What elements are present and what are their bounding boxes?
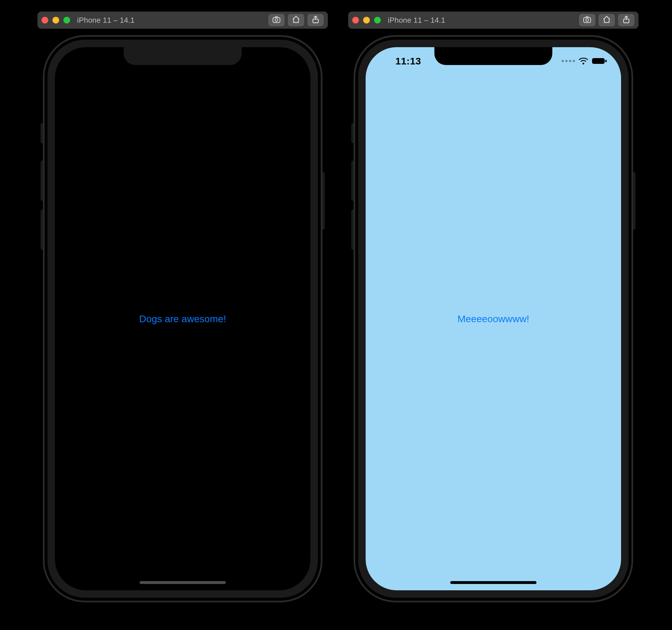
side-button[interactable] xyxy=(631,172,635,229)
svg-rect-0 xyxy=(273,18,280,22)
volume-down-button[interactable] xyxy=(41,210,45,250)
traffic-lights xyxy=(352,17,381,24)
device-screen[interactable]: Dogs are awesome! xyxy=(55,47,310,590)
simulator-window-right: iPhone 11 – 14.1 xyxy=(348,11,639,601)
svg-point-6 xyxy=(582,63,584,65)
window-title: iPhone 11 – 14.1 xyxy=(77,16,264,25)
svg-point-1 xyxy=(275,19,278,21)
window-titlebar[interactable]: iPhone 11 – 14.1 xyxy=(348,11,639,29)
titlebar-buttons xyxy=(268,14,324,26)
close-icon[interactable] xyxy=(352,17,359,24)
simulator-window-left: iPhone 11 – 14.1 xyxy=(38,11,328,601)
zoom-icon[interactable] xyxy=(63,17,70,24)
notch xyxy=(124,47,242,65)
mute-switch[interactable] xyxy=(351,123,355,143)
volume-up-button[interactable] xyxy=(41,161,45,201)
volume-down-button[interactable] xyxy=(351,210,355,250)
minimize-icon[interactable] xyxy=(363,17,370,24)
window-titlebar[interactable]: iPhone 11 – 14.1 xyxy=(38,11,328,29)
device-frame: Dogs are awesome! xyxy=(45,37,321,601)
screenshot-icon xyxy=(272,15,281,25)
close-icon[interactable] xyxy=(42,17,48,24)
status-right-cluster xyxy=(561,57,607,65)
share-icon xyxy=(311,15,320,25)
wifi-icon xyxy=(578,57,588,65)
home-indicator[interactable] xyxy=(450,581,536,584)
battery-icon xyxy=(592,57,607,65)
home-icon xyxy=(602,15,611,25)
notch xyxy=(434,47,552,65)
phone-bezel: 11:13 xyxy=(355,37,631,601)
mute-switch[interactable] xyxy=(41,123,45,143)
volume-up-button[interactable] xyxy=(351,161,355,201)
minimize-icon[interactable] xyxy=(52,17,59,24)
home-button[interactable] xyxy=(288,14,304,26)
app-center-label[interactable]: Meeeeoowwww! xyxy=(457,313,529,324)
window-title: iPhone 11 – 14.1 xyxy=(388,16,575,25)
signal-icon xyxy=(561,60,575,62)
screenshot-button[interactable] xyxy=(579,14,596,26)
simulator-comparison: iPhone 11 – 14.1 xyxy=(0,0,672,630)
traffic-lights xyxy=(42,17,70,24)
status-time: 11:13 xyxy=(380,55,437,67)
device-frame: 11:13 xyxy=(355,37,631,601)
home-button[interactable] xyxy=(598,14,615,26)
app-center-label[interactable]: Dogs are awesome! xyxy=(139,313,226,324)
svg-rect-8 xyxy=(605,60,607,62)
side-button[interactable] xyxy=(321,172,325,229)
svg-rect-7 xyxy=(592,58,605,64)
share-icon xyxy=(622,15,630,25)
phone-bezel: Dogs are awesome! xyxy=(45,37,321,601)
titlebar-buttons xyxy=(579,14,634,26)
screenshot-icon xyxy=(583,15,592,25)
home-icon xyxy=(292,15,300,25)
svg-rect-3 xyxy=(584,18,591,22)
device-screen[interactable]: 11:13 xyxy=(366,47,621,590)
share-button[interactable] xyxy=(307,14,324,26)
share-button[interactable] xyxy=(618,14,634,26)
svg-point-4 xyxy=(586,19,588,21)
home-indicator[interactable] xyxy=(140,581,226,584)
screenshot-button[interactable] xyxy=(268,14,285,26)
zoom-icon[interactable] xyxy=(374,17,381,24)
